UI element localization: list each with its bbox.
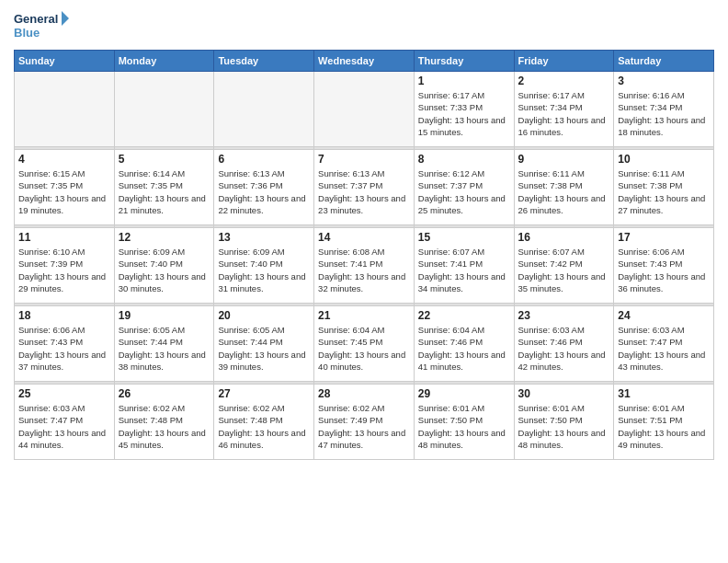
calendar-day-cell: 18Sunrise: 6:06 AM Sunset: 7:43 PM Dayli… — [15, 306, 115, 382]
day-info: Sunrise: 6:17 AM Sunset: 7:34 PM Dayligh… — [518, 89, 610, 138]
day-number: 24 — [618, 309, 710, 322]
day-number: 31 — [618, 387, 710, 400]
day-info: Sunrise: 6:08 AM Sunset: 7:41 PM Dayligh… — [318, 246, 410, 294]
day-info: Sunrise: 6:03 AM Sunset: 7:47 PM Dayligh… — [18, 402, 110, 451]
day-number: 29 — [418, 387, 510, 400]
day-info: Sunrise: 6:07 AM Sunset: 7:42 PM Dayligh… — [518, 246, 610, 294]
day-info: Sunrise: 6:01 AM Sunset: 7:50 PM Dayligh… — [518, 402, 610, 451]
calendar-day-cell: 9Sunrise: 6:11 AM Sunset: 7:38 PM Daylig… — [514, 150, 614, 225]
day-number: 6 — [218, 153, 310, 166]
calendar-day-cell: 11Sunrise: 6:10 AM Sunset: 7:39 PM Dayli… — [15, 228, 115, 304]
calendar-day-cell: 15Sunrise: 6:07 AM Sunset: 7:41 PM Dayli… — [414, 228, 514, 304]
calendar-week-row: 18Sunrise: 6:06 AM Sunset: 7:43 PM Dayli… — [15, 306, 714, 382]
calendar-day-cell: 8Sunrise: 6:12 AM Sunset: 7:37 PM Daylig… — [414, 150, 514, 225]
day-info: Sunrise: 6:03 AM Sunset: 7:47 PM Dayligh… — [618, 324, 710, 373]
day-number: 18 — [18, 309, 110, 322]
day-info: Sunrise: 6:13 AM Sunset: 7:36 PM Dayligh… — [218, 167, 310, 216]
day-number: 30 — [518, 387, 610, 400]
day-number: 8 — [418, 153, 510, 166]
day-info: Sunrise: 6:16 AM Sunset: 7:34 PM Dayligh… — [618, 89, 710, 138]
day-info: Sunrise: 6:10 AM Sunset: 7:39 PM Dayligh… — [18, 246, 110, 294]
svg-text:Blue: Blue — [14, 26, 40, 40]
calendar-day-cell: 10Sunrise: 6:11 AM Sunset: 7:38 PM Dayli… — [614, 150, 714, 225]
calendar-day-cell — [314, 72, 415, 147]
day-number: 2 — [518, 75, 610, 87]
calendar-day-cell: 23Sunrise: 6:03 AM Sunset: 7:46 PM Dayli… — [514, 306, 614, 382]
calendar-day-cell: 21Sunrise: 6:04 AM Sunset: 7:45 PM Dayli… — [314, 306, 415, 382]
calendar-day-cell: 2Sunrise: 6:17 AM Sunset: 7:34 PM Daylig… — [514, 72, 614, 147]
day-number: 15 — [418, 231, 510, 244]
day-number: 19 — [119, 309, 210, 322]
calendar-week-row: 1Sunrise: 6:17 AM Sunset: 7:33 PM Daylig… — [15, 72, 714, 147]
day-number: 20 — [218, 309, 310, 322]
logo: General Blue — [14, 9, 69, 42]
weekday-header: Wednesday — [314, 51, 415, 72]
day-info: Sunrise: 6:12 AM Sunset: 7:37 PM Dayligh… — [418, 167, 510, 216]
calendar-day-cell — [214, 72, 314, 147]
day-number: 16 — [518, 231, 610, 244]
calendar: SundayMondayTuesdayWednesdayThursdayFrid… — [14, 50, 714, 460]
calendar-day-cell: 26Sunrise: 6:02 AM Sunset: 7:48 PM Dayli… — [114, 385, 214, 460]
calendar-day-cell: 14Sunrise: 6:08 AM Sunset: 7:41 PM Dayli… — [314, 228, 415, 304]
day-number: 1 — [418, 75, 510, 87]
calendar-day-cell: 30Sunrise: 6:01 AM Sunset: 7:50 PM Dayli… — [514, 385, 614, 460]
day-number: 27 — [218, 387, 310, 400]
day-number: 3 — [618, 75, 710, 87]
calendar-week-row: 4Sunrise: 6:15 AM Sunset: 7:35 PM Daylig… — [15, 150, 714, 225]
calendar-header-row: SundayMondayTuesdayWednesdayThursdayFrid… — [15, 51, 714, 72]
calendar-day-cell: 16Sunrise: 6:07 AM Sunset: 7:42 PM Dayli… — [514, 228, 614, 304]
day-number: 26 — [119, 387, 210, 400]
day-info: Sunrise: 6:05 AM Sunset: 7:44 PM Dayligh… — [218, 324, 310, 373]
calendar-day-cell: 5Sunrise: 6:14 AM Sunset: 7:35 PM Daylig… — [114, 150, 214, 225]
day-info: Sunrise: 6:04 AM Sunset: 7:46 PM Dayligh… — [418, 324, 510, 373]
day-number: 9 — [518, 153, 610, 166]
calendar-day-cell: 3Sunrise: 6:16 AM Sunset: 7:34 PM Daylig… — [614, 72, 714, 147]
day-info: Sunrise: 6:02 AM Sunset: 7:48 PM Dayligh… — [218, 402, 310, 451]
day-number: 22 — [418, 309, 510, 322]
day-info: Sunrise: 6:04 AM Sunset: 7:45 PM Dayligh… — [318, 324, 410, 373]
weekday-header: Monday — [114, 51, 214, 72]
day-info: Sunrise: 6:06 AM Sunset: 7:43 PM Dayligh… — [618, 246, 710, 294]
day-info: Sunrise: 6:09 AM Sunset: 7:40 PM Dayligh… — [119, 246, 210, 294]
calendar-week-row: 11Sunrise: 6:10 AM Sunset: 7:39 PM Dayli… — [15, 228, 714, 304]
day-number: 4 — [18, 153, 110, 166]
weekday-header: Saturday — [614, 51, 714, 72]
day-number: 23 — [518, 309, 610, 322]
day-info: Sunrise: 6:13 AM Sunset: 7:37 PM Dayligh… — [318, 167, 410, 216]
calendar-day-cell: 22Sunrise: 6:04 AM Sunset: 7:46 PM Dayli… — [414, 306, 514, 382]
day-info: Sunrise: 6:11 AM Sunset: 7:38 PM Dayligh… — [518, 167, 610, 216]
weekday-header: Friday — [514, 51, 614, 72]
day-info: Sunrise: 6:01 AM Sunset: 7:50 PM Dayligh… — [418, 402, 510, 451]
day-info: Sunrise: 6:06 AM Sunset: 7:43 PM Dayligh… — [18, 324, 110, 373]
day-info: Sunrise: 6:01 AM Sunset: 7:51 PM Dayligh… — [618, 402, 710, 451]
calendar-day-cell: 4Sunrise: 6:15 AM Sunset: 7:35 PM Daylig… — [15, 150, 115, 225]
day-info: Sunrise: 6:17 AM Sunset: 7:33 PM Dayligh… — [418, 89, 510, 138]
calendar-day-cell: 19Sunrise: 6:05 AM Sunset: 7:44 PM Dayli… — [114, 306, 214, 382]
page-header: General Blue — [14, 9, 714, 42]
calendar-week-row: 25Sunrise: 6:03 AM Sunset: 7:47 PM Dayli… — [15, 385, 714, 460]
day-info: Sunrise: 6:14 AM Sunset: 7:35 PM Dayligh… — [119, 167, 210, 216]
calendar-day-cell: 17Sunrise: 6:06 AM Sunset: 7:43 PM Dayli… — [614, 228, 714, 304]
day-info: Sunrise: 6:15 AM Sunset: 7:35 PM Dayligh… — [18, 167, 110, 216]
calendar-day-cell: 1Sunrise: 6:17 AM Sunset: 7:33 PM Daylig… — [414, 72, 514, 147]
day-info: Sunrise: 6:02 AM Sunset: 7:48 PM Dayligh… — [119, 402, 210, 451]
calendar-day-cell — [114, 72, 214, 147]
day-number: 21 — [318, 309, 410, 322]
day-number: 28 — [318, 387, 410, 400]
day-number: 10 — [618, 153, 710, 166]
svg-text:General: General — [14, 12, 58, 26]
calendar-day-cell: 24Sunrise: 6:03 AM Sunset: 7:47 PM Dayli… — [614, 306, 714, 382]
logo-svg: General Blue — [14, 9, 69, 42]
weekday-header: Tuesday — [214, 51, 314, 72]
day-number: 12 — [119, 231, 210, 244]
day-info: Sunrise: 6:11 AM Sunset: 7:38 PM Dayligh… — [618, 167, 710, 216]
day-info: Sunrise: 6:07 AM Sunset: 7:41 PM Dayligh… — [418, 246, 510, 294]
calendar-day-cell — [15, 72, 115, 147]
calendar-day-cell: 12Sunrise: 6:09 AM Sunset: 7:40 PM Dayli… — [114, 228, 214, 304]
calendar-day-cell: 27Sunrise: 6:02 AM Sunset: 7:48 PM Dayli… — [214, 385, 314, 460]
day-number: 25 — [18, 387, 110, 400]
day-info: Sunrise: 6:09 AM Sunset: 7:40 PM Dayligh… — [218, 246, 310, 294]
day-info: Sunrise: 6:02 AM Sunset: 7:49 PM Dayligh… — [318, 402, 410, 451]
day-number: 14 — [318, 231, 410, 244]
svg-marker-2 — [62, 11, 69, 26]
